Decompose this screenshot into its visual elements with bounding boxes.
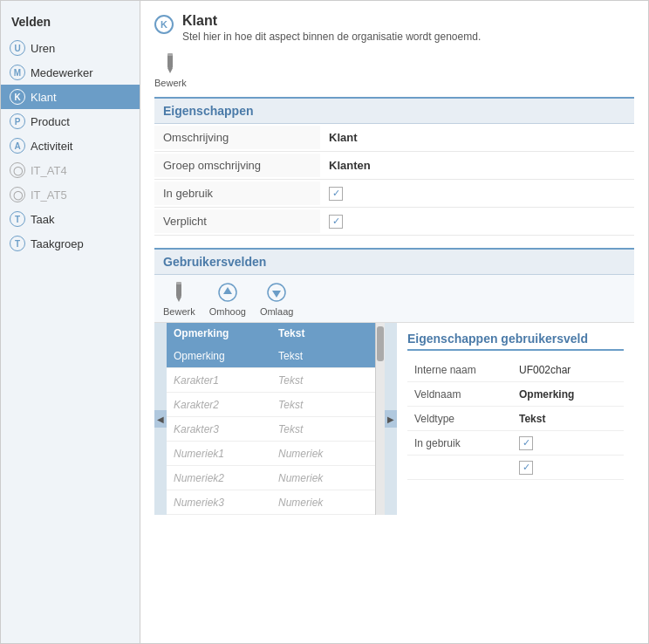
nav-right-btn[interactable]: ▶	[385, 410, 397, 428]
field-col-name-4: Numeriek1	[167, 444, 271, 463]
bewerk-button[interactable]: Bewerk	[154, 51, 187, 88]
svg-marker-9	[272, 291, 281, 298]
sidebar-item-uren[interactable]: U Uren	[1, 36, 140, 60]
props-row-0: Interne naam UF002char	[407, 358, 624, 382]
page-header-text: Klant Stel hier in hoe dit aspect binnen…	[182, 13, 481, 43]
checkbox-2[interactable]: ✓	[329, 187, 343, 201]
sidebar-label-it_at4: IT_AT4	[31, 164, 67, 177]
field-table-header: Opmerking Tekst	[167, 323, 375, 344]
field-col-type-1: Tekst	[271, 371, 375, 390]
gebruikersvelden-toolbar: Bewerk Omhoog	[154, 275, 634, 323]
arrow-down-icon	[267, 282, 286, 303]
sidebar-item-product[interactable]: P Product	[1, 109, 140, 134]
field-col-name-6: Numeriek3	[167, 493, 271, 512]
props-checkbox-3[interactable]: ✓	[519, 436, 533, 450]
sidebar-item-taakgroep[interactable]: T Taakgroep	[1, 231, 140, 256]
main-toolbar: Bewerk	[154, 51, 634, 88]
gv-bewerk-label: Bewerk	[163, 306, 195, 317]
svg-marker-4	[176, 297, 181, 302]
prop-row-1: Groep omschrijving Klanten	[154, 152, 634, 180]
sidebar-label-taakgroep: Taakgroep	[31, 237, 84, 250]
gv-pencil-icon	[170, 282, 188, 303]
page-header-icon: K	[154, 15, 174, 34]
props-value-2: Tekst	[512, 409, 624, 428]
props-label-2: Veldtype	[407, 409, 512, 428]
props-label-0: Interne naam	[407, 360, 512, 380]
gv-bewerk-button[interactable]: Bewerk	[163, 280, 195, 317]
sidebar-item-klant[interactable]: K Klant	[1, 85, 140, 109]
sidebar-icon-medewerker: M	[10, 65, 25, 80]
field-row-4[interactable]: Numeriek1 Numeriek	[167, 442, 375, 466]
svg-rect-0	[167, 54, 173, 68]
props-value-3: ✓	[512, 433, 624, 454]
field-col-type-6: Numeriek	[271, 493, 375, 512]
sidebar-icon-it_at5: ◯	[10, 187, 25, 202]
sidebar-label-klant: Klant	[31, 91, 57, 104]
sidebar-label-medewerker: Medewerker	[31, 66, 93, 79]
prop-label-0: Omschrijving	[154, 126, 320, 149]
props-row-3: In gebruik ✓	[407, 431, 624, 456]
scroll-indicator	[376, 323, 385, 515]
sidebar-icon-product: P	[10, 113, 25, 129]
field-row-2[interactable]: Karakter2 Tekst	[167, 393, 375, 417]
prop-row-3: Verplicht ✓	[154, 208, 634, 236]
sidebar-label-product: Product	[31, 115, 70, 128]
prop-label-2: In gebruik	[154, 182, 320, 205]
sidebar-item-it_at5[interactable]: ◯ IT_AT5	[1, 182, 140, 207]
sidebar-item-medewerker[interactable]: M Medewerker	[1, 60, 140, 85]
field-row-1[interactable]: Karakter1 Tekst	[167, 368, 375, 393]
prop-value-2: ✓	[320, 182, 634, 206]
gebruikersvelden-header: Gebruikersvelden	[154, 250, 634, 275]
svg-marker-1	[167, 68, 173, 73]
sidebar-icon-uren: U	[10, 40, 25, 56]
sidebar-title: Velden	[1, 8, 140, 36]
sidebar-item-activiteit[interactable]: A Activiteit	[1, 134, 140, 158]
field-col-type-2: Tekst	[271, 395, 375, 414]
field-row-5[interactable]: Numeriek2 Numeriek	[167, 466, 375, 490]
prop-value-3: ✓	[320, 209, 634, 234]
svg-rect-5	[176, 282, 181, 284]
props-row-2: Veldtype Tekst	[407, 407, 624, 431]
sidebar-item-taak[interactable]: T Taak	[1, 207, 140, 231]
field-col-type-0: Tekst	[271, 346, 375, 366]
field-col-name-2: Karakter2	[167, 395, 271, 414]
omhoog-button[interactable]: Omhoog	[209, 280, 246, 317]
prop-label-3: Verplicht	[154, 209, 320, 233]
omlaag-button[interactable]: Omlaag	[260, 280, 294, 317]
sidebar-icon-taakgroep: T	[10, 236, 25, 251]
field-row-6[interactable]: Numeriek3 Numeriek	[167, 490, 375, 515]
field-row-3[interactable]: Karakter3 Tekst	[167, 417, 375, 442]
field-table: Opmerking Tekst Opmerking Tekst Karakter…	[167, 323, 376, 515]
nav-arrow-right[interactable]: ▶	[385, 323, 397, 515]
page-header: K Klant Stel hier in hoe dit aspect binn…	[154, 13, 634, 43]
omlaag-label: Omlaag	[260, 306, 294, 317]
prop-row-2: In gebruik ✓	[154, 180, 634, 208]
field-col-name-3: Karakter3	[167, 420, 271, 439]
page-subtitle: Stel hier in hoe dit aspect binnen de or…	[182, 31, 481, 43]
field-row-0[interactable]: Opmerking Tekst	[167, 344, 375, 368]
sidebar: Velden U Uren M Medewerker K Klant P Pro…	[1, 1, 140, 643]
props-row-1: Veldnaam Opmerking	[407, 382, 624, 407]
checkbox-3[interactable]: ✓	[329, 215, 343, 229]
prop-label-1: Groep omschrijving	[154, 154, 320, 177]
prop-value-1: Klanten	[320, 154, 634, 177]
props-value-4: ✓	[512, 457, 624, 478]
sidebar-item-it_at4[interactable]: ◯ IT_AT4	[1, 158, 140, 182]
main-content: K Klant Stel hier in hoe dit aspect binn…	[140, 1, 648, 643]
sidebar-label-activiteit: Activiteit	[31, 140, 72, 153]
sidebar-icon-taak: T	[10, 211, 25, 227]
nav-arrow-left[interactable]: ◀	[154, 323, 167, 515]
props-label-4	[407, 464, 512, 471]
sidebar-label-taak: Taak	[31, 213, 54, 226]
pencil-icon	[161, 53, 179, 74]
eigenschappen-section: Eigenschappen Omschrijving Klant Groep o…	[154, 97, 634, 236]
gebruikersvelden-section: Gebruikersvelden Bewerk	[154, 248, 634, 515]
props-value-0: UF002char	[512, 360, 624, 380]
arrow-up-icon	[218, 282, 237, 303]
prop-value-0: Klant	[320, 126, 634, 149]
props-label-3: In gebruik	[407, 434, 512, 453]
nav-left-btn[interactable]: ◀	[154, 410, 167, 428]
props-checkbox-4[interactable]: ✓	[519, 461, 533, 475]
field-col-name-0: Opmerking	[167, 346, 271, 366]
omhoog-label: Omhoog	[209, 306, 246, 317]
